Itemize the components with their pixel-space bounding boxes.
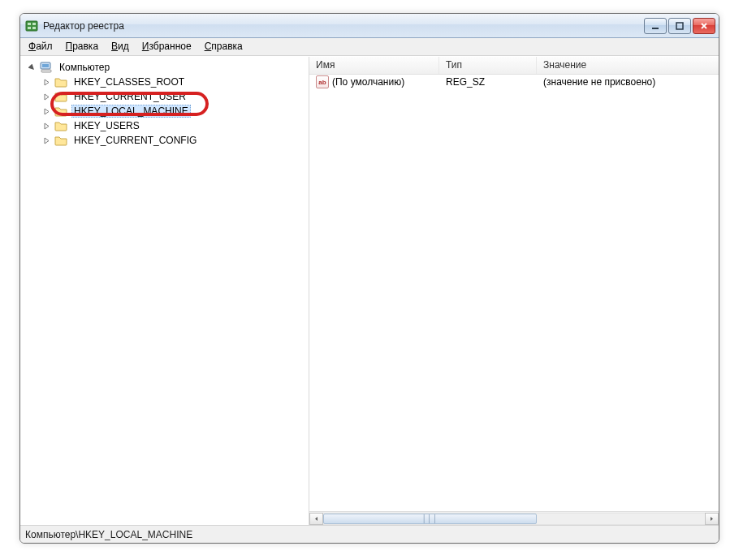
values-header: Имя Тип Значение: [309, 57, 719, 75]
horizontal-scrollbar[interactable]: │││: [309, 511, 719, 525]
app-icon: [25, 19, 38, 32]
tree-item-label: HKEY_CURRENT_USER: [71, 90, 188, 103]
column-header-value[interactable]: Значение: [537, 57, 719, 74]
expand-icon[interactable]: [41, 92, 51, 101]
values-pane: Имя Тип Значение ab (По умолчанию) REG_S…: [309, 57, 719, 525]
tree-item-hkcc[interactable]: HKEY_CURRENT_CONFIG: [20, 133, 309, 148]
svg-rect-0: [26, 21, 37, 31]
folder-icon: [54, 90, 67, 103]
tree-item-hku[interactable]: HKEY_USERS: [20, 118, 309, 133]
registry-editor-window: Редактор реестра Файл Правка Вид Избранн…: [19, 13, 719, 544]
menu-edit[interactable]: Правка: [59, 38, 106, 55]
client-area: Компьютер HKEY_CLASSES_ROOT: [20, 56, 719, 525]
scroll-right-button[interactable]: [705, 513, 719, 525]
values-list[interactable]: ab (По умолчанию) REG_SZ (значение не пр…: [309, 75, 719, 511]
folder-icon: [54, 105, 67, 118]
tree-pane[interactable]: Компьютер HKEY_CLASSES_ROOT: [20, 57, 309, 525]
status-path: Компьютер\HKEY_LOCAL_MACHINE: [25, 529, 192, 540]
tree-item-hkcr[interactable]: HKEY_CLASSES_ROOT: [20, 75, 309, 89]
svg-rect-6: [676, 23, 683, 29]
scroll-left-button[interactable]: [309, 513, 323, 525]
menu-view[interactable]: Вид: [105, 38, 136, 55]
tree-item-label: HKEY_CLASSES_ROOT: [71, 75, 187, 88]
string-value-icon: ab: [316, 75, 329, 88]
column-header-name[interactable]: Имя: [309, 57, 439, 74]
scroll-thumb[interactable]: │││: [323, 514, 537, 524]
svg-rect-3: [32, 23, 36, 25]
svg-rect-9: [41, 70, 51, 72]
svg-rect-8: [42, 64, 49, 67]
menubar: Файл Правка Вид Избранное Справка: [20, 38, 719, 56]
value-data: (значение не присвоено): [537, 76, 719, 88]
folder-icon: [54, 119, 67, 132]
tree-root-label: Компьютер: [57, 61, 112, 74]
svg-rect-4: [32, 27, 36, 29]
tree-item-label: HKEY_CURRENT_CONFIG: [71, 134, 199, 147]
tree-item-label: HKEY_USERS: [71, 119, 142, 132]
menu-favorites[interactable]: Избранное: [136, 38, 198, 55]
tree-item-hkcu[interactable]: HKEY_CURRENT_USER: [20, 89, 309, 104]
scroll-track[interactable]: │││: [323, 513, 705, 525]
folder-icon: [54, 134, 67, 147]
value-name: (По умолчанию): [332, 76, 404, 88]
tree-item-hklm[interactable]: HKEY_LOCAL_MACHINE: [20, 104, 309, 118]
titlebar[interactable]: Редактор реестра: [20, 14, 719, 38]
menu-file[interactable]: Файл: [22, 38, 59, 55]
value-row-default[interactable]: ab (По умолчанию) REG_SZ (значение не пр…: [309, 75, 719, 89]
value-type: REG_SZ: [439, 76, 537, 88]
computer-icon: [40, 61, 53, 74]
collapse-icon[interactable]: [27, 62, 37, 72]
maximize-button[interactable]: [668, 18, 691, 34]
column-header-type[interactable]: Тип: [439, 57, 537, 74]
statusbar: Компьютер\HKEY_LOCAL_MACHINE: [20, 525, 719, 543]
svg-rect-5: [652, 28, 659, 29]
tree-root-computer[interactable]: Компьютер: [20, 60, 309, 75]
tree-item-label: HKEY_LOCAL_MACHINE: [71, 105, 191, 118]
window-controls: [642, 16, 717, 36]
folder-icon: [54, 75, 67, 88]
menu-help[interactable]: Справка: [198, 38, 249, 55]
svg-rect-1: [28, 23, 31, 25]
svg-rect-2: [28, 27, 31, 29]
registry-tree: Компьютер HKEY_CLASSES_ROOT: [20, 60, 309, 148]
window-title: Редактор реестра: [43, 20, 642, 32]
expand-icon[interactable]: [41, 135, 51, 145]
expand-icon[interactable]: [41, 77, 51, 87]
expand-icon[interactable]: [41, 121, 51, 131]
minimize-button[interactable]: [644, 18, 667, 34]
expand-icon[interactable]: [41, 106, 51, 116]
close-button[interactable]: [693, 18, 715, 34]
